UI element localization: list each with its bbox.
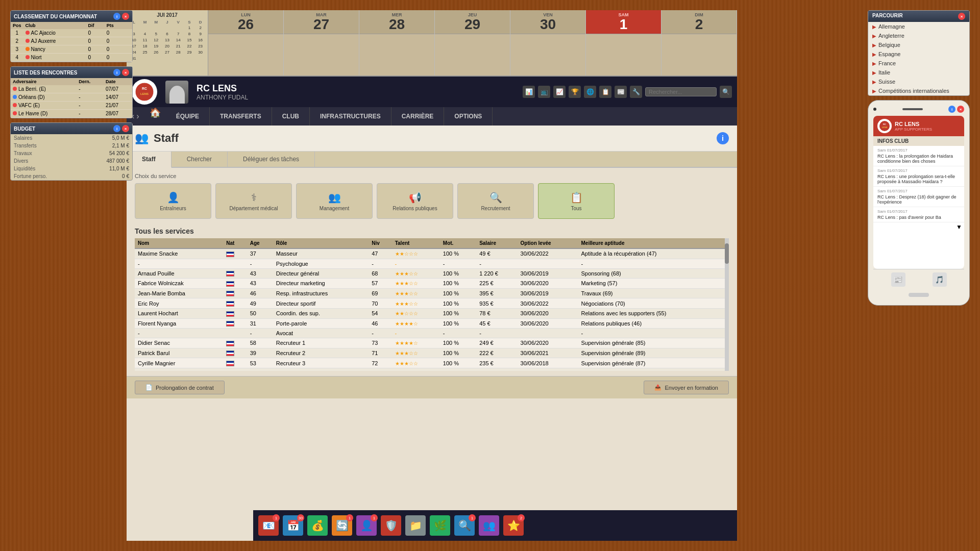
mini-cal-day[interactable]: 25	[140, 49, 151, 55]
phone-home-btn[interactable]	[909, 293, 929, 297]
mini-cal-day[interactable]: 8	[184, 31, 195, 37]
rencontres-info-btn[interactable]: i	[113, 69, 120, 76]
phone-news-text[interactable]: RC Lens : une prolongation sera-t-elle p…	[877, 174, 960, 184]
week-day-30[interactable]: VEN 30	[510, 10, 586, 76]
parcourir-item-angleterre[interactable]: ▶Angleterre	[868, 31, 969, 40]
championship-info-btn[interactable]: i	[113, 13, 120, 20]
rencontre-row[interactable]: Orléans (D) - 14/07	[11, 93, 132, 102]
staff-table-row[interactable]: - - Psychologue - - - - -	[135, 259, 729, 268]
taskbar-shield-icon[interactable]: 🛡️	[381, 515, 401, 536]
mini-cal-day[interactable]: 30	[195, 49, 206, 55]
mini-cal-day[interactable]: 29	[184, 49, 195, 55]
week-day-29[interactable]: JEU 29	[435, 10, 510, 76]
nav-carriere[interactable]: CARRIÈRE	[391, 107, 445, 126]
mini-cal-day[interactable]: 1	[184, 25, 195, 31]
championship-close-btn[interactable]: ×	[122, 13, 129, 20]
staff-table-row[interactable]: Cyrille Magnier 53 Recruteur 3 72 ★★★☆☆ …	[135, 358, 729, 368]
service-btn-tous[interactable]: 📋 Tous	[538, 183, 615, 219]
toolbar-icon-4[interactable]: 🏆	[569, 86, 581, 98]
rencontres-col-dern[interactable]: Dern.	[77, 78, 104, 85]
service-btn-département-médical[interactable]: ⚕ Département médical	[215, 183, 292, 219]
staff-table-row[interactable]: Arnaud Pouille 43 Directeur général 68 ★…	[135, 268, 729, 279]
mini-cal-day[interactable]: 21	[173, 43, 184, 49]
nav-forward-arrow[interactable]: ›	[136, 112, 139, 121]
search-icon[interactable]: 🔍	[720, 86, 732, 98]
parcourir-close-btn[interactable]: ×	[958, 13, 965, 20]
staff-table-row[interactable]: Florent Nyanga 31 Porte-parole 46 ★★★★☆ …	[135, 318, 729, 329]
staff-table-row[interactable]: Laurent Hochart 50 Coordin. des sup. 54 …	[135, 308, 729, 318]
staff-col-nom[interactable]: Nom	[135, 238, 223, 248]
phone-music-btn[interactable]: 🎵	[933, 272, 947, 287]
mini-cal-day[interactable]: 14	[173, 37, 184, 43]
staff-col-niv[interactable]: Niv	[369, 238, 392, 248]
mini-cal-day[interactable]: 22	[184, 43, 195, 49]
mini-cal-day[interactable]: 23	[195, 43, 206, 49]
rencontre-row[interactable]: La Berri. (E) - 07/07	[11, 85, 132, 93]
prolongation-button[interactable]: 📄 Prolongation de contrat	[135, 381, 225, 394]
parcourir-item-suisse[interactable]: ▶Suisse	[868, 77, 969, 86]
staff-table-row[interactable]: Eric Roy 49 Directeur sportif 70 ★★★☆☆ 1…	[135, 298, 729, 309]
taskbar-file-icon[interactable]: 📁	[405, 515, 426, 536]
week-day-1[interactable]: SAM 1	[586, 10, 662, 76]
service-btn-entraîneurs[interactable]: 👤 Entraîneurs	[135, 183, 211, 219]
toolbar-icon-8[interactable]: 🔧	[630, 86, 642, 98]
mini-cal-day[interactable]: 2	[195, 25, 206, 31]
staff-table-row[interactable]: Jean-Marie Bomba 46 Resp. infrastructure…	[135, 288, 729, 298]
parcourir-item-belgique[interactable]: ▶Belgique	[868, 40, 969, 49]
staff-table-row[interactable]: Romain Stevenon 32 Recruteur 4 60 ★★☆☆☆ …	[135, 368, 729, 371]
mini-cal-day[interactable]: 27	[162, 49, 173, 55]
mini-cal-day[interactable]: 11	[140, 37, 151, 43]
scroll-thumb[interactable]	[725, 243, 729, 264]
mini-cal-day[interactable]: 16	[195, 37, 206, 43]
mini-cal-day[interactable]: 5	[151, 31, 161, 37]
toolbar-icon-6[interactable]: 📋	[599, 86, 611, 98]
toolbar-icon-5[interactable]: 🌐	[584, 86, 596, 98]
nav-equipe[interactable]: ÉQUIPE	[166, 107, 210, 126]
staff-col-mot.[interactable]: Mot.	[440, 238, 476, 248]
service-btn-relations-publiques[interactable]: 📢 Relations publiques	[377, 183, 453, 219]
taskbar-person-icon[interactable]: 👤 1	[356, 515, 377, 536]
championship-row[interactable]: 2 AJ Auxerre 0 0	[11, 37, 132, 45]
championship-row[interactable]: 4 Niort 0 0	[11, 54, 132, 62]
staff-col-salaire[interactable]: Salaire	[476, 238, 517, 248]
rencontres-col-date[interactable]: Date	[104, 78, 132, 85]
phone-scroll-btn[interactable]: ▼	[873, 222, 964, 232]
championship-row[interactable]: 3 Nancy 0 0	[11, 45, 132, 54]
staff-table-row[interactable]: Didier Senac 58 Recruteur 1 73 ★★★★☆ 100…	[135, 338, 729, 348]
week-day-28[interactable]: MER 28	[359, 10, 435, 76]
phone-news-text[interactable]: RC Lens : pas d'avenir pour Ba	[877, 215, 960, 220]
service-btn-recrutement[interactable]: 🔍 Recrutement	[457, 183, 534, 219]
staff-tab-chercher[interactable]: Chercher	[172, 152, 228, 167]
staff-col-rôle[interactable]: Rôle	[273, 238, 369, 248]
mini-cal-day[interactable]: 28	[173, 49, 184, 55]
mini-cal-day[interactable]: 19	[151, 43, 161, 49]
parcourir-item-france[interactable]: ▶France	[868, 59, 969, 68]
taskbar-transfer-icon[interactable]: 🔄 1	[332, 515, 352, 536]
mini-cal-day[interactable]: 13	[162, 37, 173, 43]
mini-cal-day[interactable]: 4	[140, 31, 151, 37]
rencontres-close-btn[interactable]: ×	[122, 69, 129, 76]
week-day-26[interactable]: LUN 26	[208, 10, 284, 76]
phone-news-text[interactable]: RC Lens : Desprez (18) doit gagner de l'…	[877, 194, 960, 205]
scroll-indicator[interactable]	[725, 238, 729, 371]
championship-col-pos[interactable]: Pos	[11, 22, 23, 29]
nav-home-icon[interactable]: 🏠	[144, 107, 166, 126]
staff-col-age[interactable]: Age	[247, 238, 273, 248]
mini-cal-day[interactable]: 7	[173, 31, 184, 37]
taskbar-money-icon[interactable]: 💰	[307, 515, 328, 536]
mini-cal-day[interactable]: 20	[162, 43, 173, 49]
staff-tab-staff[interactable]: Staff	[127, 152, 172, 168]
rencontres-col-adversaire[interactable]: Adversaire	[11, 78, 77, 85]
phone-close-btn[interactable]: ×	[957, 106, 964, 113]
championship-col-pts[interactable]: Pts	[105, 22, 125, 29]
rencontre-row[interactable]: VAFC (E) - 21/07	[11, 102, 132, 110]
nav-club[interactable]: CLUB	[272, 107, 310, 126]
staff-table-row[interactable]: - - Avocat - - - - -	[135, 329, 729, 338]
taskbar-search-icon[interactable]: 🔍 1	[454, 515, 475, 536]
parcourir-item-italie[interactable]: ▶Italie	[868, 68, 969, 77]
mini-cal-day[interactable]: 12	[151, 37, 161, 43]
staff-table-row[interactable]: Patrick Barul 39 Recruteur 2 71 ★★★☆☆ 10…	[135, 348, 729, 358]
championship-row[interactable]: 1 AC Ajaccio 0 0	[11, 29, 132, 37]
phone-news-text[interactable]: RC Lens : la prolongation de Haidara con…	[877, 154, 960, 164]
phone-news-btn[interactable]: 📰	[891, 272, 905, 287]
